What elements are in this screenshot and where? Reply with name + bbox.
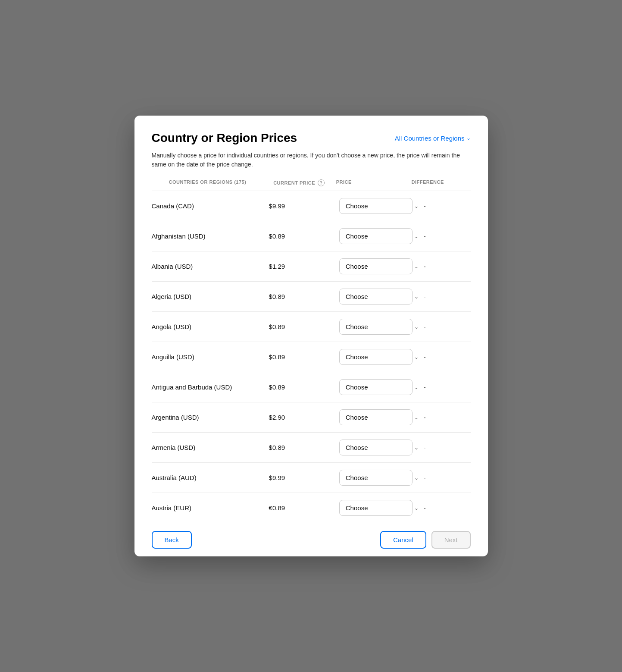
country-name: Antigua and Barbuda (USD) [152, 383, 269, 391]
difference-value: - [424, 232, 471, 240]
table-row: Canada (CAD) $9.99 Choose $0.89 $0.99 $1… [152, 191, 471, 221]
current-price: $9.99 [269, 474, 339, 481]
country-name: Albania (USD) [152, 263, 269, 270]
country-name: Argentina (USD) [152, 414, 269, 421]
country-name: Australia (AUD) [152, 474, 269, 481]
current-price: $9.99 [269, 202, 339, 210]
price-select-wrapper: Choose $0.89 $0.99 $1.29 $1.99 $2.99 $4.… [339, 349, 424, 365]
table-row: Albania (USD) $1.29 Choose $0.89 $0.99 $… [152, 251, 471, 282]
current-price: $0.89 [269, 353, 339, 361]
modal-footer: Back Cancel Next [134, 523, 488, 556]
country-name: Austria (EUR) [152, 504, 269, 512]
current-price: $0.89 [269, 323, 339, 330]
chevron-down-icon: ⌄ [414, 233, 419, 239]
chevron-down-icon: ⌄ [414, 475, 419, 481]
price-select-wrapper: Choose $0.89 $0.99 $1.29 $1.99 $2.99 $4.… [339, 228, 424, 244]
table-row: Anguilla (USD) $0.89 Choose $0.89 $0.99 … [152, 342, 471, 372]
price-select[interactable]: Choose $0.89 $0.99 $1.29 $1.99 $2.99 $4.… [339, 228, 413, 244]
difference-value: - [424, 293, 471, 300]
chevron-down-icon: ⌄ [414, 294, 419, 300]
difference-value: - [424, 414, 471, 421]
price-select[interactable]: Choose $0.89 $0.99 $1.29 $1.99 $2.99 $4.… [339, 440, 413, 455]
cancel-button[interactable]: Cancel [380, 531, 426, 549]
price-select[interactable]: Choose $0.89 $0.99 $1.29 $1.99 $2.99 $4.… [339, 500, 413, 516]
table-row: Antigua and Barbuda (USD) $0.89 Choose $… [152, 372, 471, 402]
country-name: Armenia (USD) [152, 444, 269, 451]
table-row: Armenia (USD) $0.89 Choose $0.89 $0.99 $… [152, 433, 471, 463]
chevron-down-icon: ⌄ [414, 264, 419, 270]
difference-value: - [424, 444, 471, 451]
price-select-wrapper: Choose $0.89 $0.99 $1.29 $1.99 $2.99 $4.… [339, 198, 424, 214]
col-header-countries: COUNTRIES OR REGIONS (175) [169, 179, 274, 186]
price-select-wrapper: Choose $0.89 $0.99 $1.29 $1.99 $2.99 $4.… [339, 319, 424, 335]
country-name: Angola (USD) [152, 323, 269, 330]
modal-overlay: Country or Region Prices All Countries o… [0, 0, 622, 672]
current-price: €0.89 [269, 504, 339, 512]
price-select-wrapper: Choose $0.89 $0.99 $1.29 $1.99 $2.99 $4.… [339, 440, 424, 455]
country-name: Afghanistan (USD) [152, 232, 269, 240]
back-button[interactable]: Back [152, 531, 192, 549]
price-select[interactable]: Choose $0.89 $0.99 $1.29 $1.99 $2.99 $4.… [339, 289, 413, 305]
col-header-current-price: CURRENT PRICE ? [273, 179, 336, 186]
next-button: Next [431, 531, 471, 549]
current-price: $0.89 [269, 383, 339, 391]
current-price: $0.89 [269, 444, 339, 451]
filter-label: All Countries or Regions [395, 135, 465, 142]
table-row: Australia (AUD) $9.99 Choose $0.89 $0.99… [152, 463, 471, 493]
table-row: Algeria (USD) $0.89 Choose $0.89 $0.99 $… [152, 282, 471, 312]
modal-description: Manually choose a price for individual c… [152, 151, 471, 169]
modal-header: Country or Region Prices All Countries o… [134, 116, 488, 191]
price-select[interactable]: Choose $0.89 $0.99 $1.29 $1.99 $2.99 $4.… [339, 409, 413, 425]
current-price: $0.89 [269, 293, 339, 300]
difference-value: - [424, 263, 471, 270]
chevron-down-icon: ⌄ [414, 203, 419, 209]
table-row: Austria (EUR) €0.89 Choose $0.89 $0.99 $… [152, 493, 471, 523]
chevron-down-icon: ⌄ [466, 135, 471, 141]
chevron-down-icon: ⌄ [414, 324, 419, 330]
price-select-wrapper: Choose $0.89 $0.99 $1.29 $1.99 $2.99 $4.… [339, 258, 424, 274]
chevron-down-icon: ⌄ [414, 445, 419, 451]
difference-value: - [424, 353, 471, 361]
table-row: Angola (USD) $0.89 Choose $0.89 $0.99 $1… [152, 312, 471, 342]
country-name: Anguilla (USD) [152, 353, 269, 361]
price-select[interactable]: Choose $0.89 $0.99 $1.29 $1.99 $2.99 $4.… [339, 319, 413, 335]
price-select-wrapper: Choose $0.89 $0.99 $1.29 $1.99 $2.99 $4.… [339, 409, 424, 425]
price-select[interactable]: Choose $0.89 $0.99 $1.29 $1.99 $2.99 $4.… [339, 349, 413, 365]
footer-right-buttons: Cancel Next [380, 531, 471, 549]
country-region-prices-modal: Country or Region Prices All Countries o… [134, 116, 488, 556]
table-header: COUNTRIES OR REGIONS (175) CURRENT PRICE… [152, 179, 471, 191]
price-select-wrapper: Choose $0.89 $0.99 $1.29 $1.99 $2.99 $4.… [339, 470, 424, 486]
chevron-down-icon: ⌄ [414, 354, 419, 360]
chevron-down-icon: ⌄ [414, 384, 419, 390]
filter-dropdown[interactable]: All Countries or Regions ⌄ [395, 135, 471, 142]
difference-value: - [424, 474, 471, 481]
country-name: Algeria (USD) [152, 293, 269, 300]
help-icon[interactable]: ? [318, 179, 325, 186]
current-price: $0.89 [269, 232, 339, 240]
price-select-wrapper: Choose $0.89 $0.99 $1.29 $1.99 $2.99 $4.… [339, 379, 424, 395]
price-select-wrapper: Choose $0.89 $0.99 $1.29 $1.99 $2.99 $4.… [339, 500, 424, 516]
price-select[interactable]: Choose $0.89 $0.99 $1.29 $1.99 $2.99 $4.… [339, 470, 413, 486]
current-price: $1.29 [269, 263, 339, 270]
price-select[interactable]: Choose $0.89 $0.99 $1.29 $1.99 $2.99 $4.… [339, 198, 413, 214]
country-name: Canada (CAD) [152, 202, 269, 210]
col-header-price: PRICE [336, 179, 412, 186]
table-row: Argentina (USD) $2.90 Choose $0.89 $0.99… [152, 402, 471, 433]
difference-value: - [424, 202, 471, 210]
difference-value: - [424, 323, 471, 330]
chevron-down-icon: ⌄ [414, 505, 419, 511]
modal-body: Canada (CAD) $9.99 Choose $0.89 $0.99 $1… [134, 191, 488, 523]
col-header-difference: DIFFERENCE [411, 179, 453, 186]
price-select[interactable]: Choose $0.89 $0.99 $1.29 $1.99 $2.99 $4.… [339, 258, 413, 274]
table-row: Afghanistan (USD) $0.89 Choose $0.89 $0.… [152, 221, 471, 251]
price-select[interactable]: Choose $0.89 $0.99 $1.29 $1.99 $2.99 $4.… [339, 379, 413, 395]
price-select-wrapper: Choose $0.89 $0.99 $1.29 $1.99 $2.99 $4.… [339, 289, 424, 305]
difference-value: - [424, 383, 471, 391]
difference-value: - [424, 504, 471, 512]
current-price: $2.90 [269, 414, 339, 421]
title-row: Country or Region Prices All Countries o… [152, 131, 471, 145]
modal-title: Country or Region Prices [152, 131, 297, 145]
chevron-down-icon: ⌄ [414, 415, 419, 421]
